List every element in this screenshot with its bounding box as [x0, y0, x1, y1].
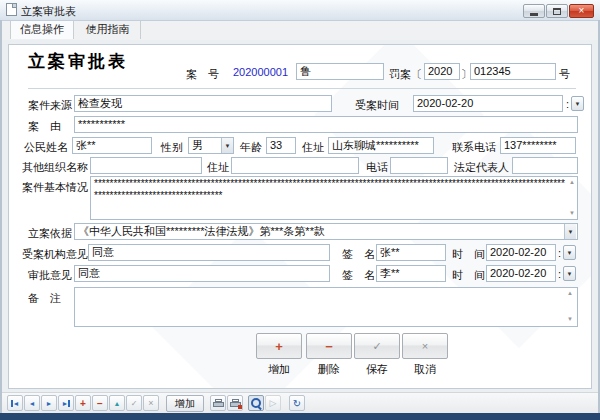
filing-basis-dropdown-button[interactable]: ▼ [564, 224, 576, 239]
accept-opinion-input[interactable]: 同意 [88, 244, 330, 261]
accept-time-dropdown-button[interactable]: ▼ [571, 96, 584, 111]
delete-button[interactable]: − [306, 333, 352, 359]
chevron-down-icon: ▼ [567, 271, 573, 277]
gender-label: 性别 [161, 140, 183, 155]
accept-opinion-time-input[interactable]: 2020-02-20 [486, 244, 556, 261]
refresh-button[interactable]: ↻ [289, 395, 305, 411]
age-label: 年龄 [240, 140, 262, 155]
minus-icon: − [97, 400, 103, 407]
add-button-label: 增加 [256, 362, 302, 377]
nav-first-button[interactable]: ◄ [7, 395, 23, 411]
remarks-textarea[interactable] [74, 287, 578, 327]
add-button[interactable]: + [256, 333, 302, 359]
nav-last-button[interactable]: ► [58, 395, 74, 411]
tab-info-operations[interactable]: 信息操作 [10, 20, 74, 39]
approve-opinion-time-input[interactable]: 2020-02-20 [486, 265, 556, 282]
citizen-name-label: 公民姓名 [24, 140, 68, 155]
legal-rep-input[interactable] [512, 157, 578, 174]
minimize-button[interactable] [523, 4, 545, 18]
magnifier-icon [250, 397, 262, 409]
save-button[interactable]: ✓ [354, 333, 400, 359]
window-title: 立案审批表 [21, 4, 76, 19]
cancel-button-label: 取消 [402, 362, 448, 377]
toolbar-add-button[interactable]: 增加 [166, 395, 204, 412]
citizen-name-input[interactable]: 张** [72, 137, 152, 154]
accept-sign-input[interactable]: 张** [376, 244, 446, 261]
case-year-input[interactable]: 2020 [424, 63, 460, 80]
magnifier-handle [258, 406, 262, 410]
scroll-up-icon[interactable]: ▲ [567, 290, 573, 296]
case-serial-input[interactable]: 012345 [470, 63, 556, 80]
edit-triangle-icon: ▲ [114, 400, 121, 407]
nav-prior-button[interactable]: ◄ [24, 395, 40, 411]
accept-opinion-time-colon: : [558, 247, 561, 259]
cause-input[interactable]: *********** [74, 116, 578, 133]
maximize-button[interactable] [546, 4, 568, 18]
save-button-label: 保存 [354, 362, 400, 377]
org-name-input[interactable] [90, 157, 202, 174]
address-input[interactable]: 山东聊城********** [328, 137, 434, 154]
org-address-label: 住址 [207, 160, 229, 175]
case-mid-label: 罚案〔 [389, 67, 422, 82]
address-label: 住址 [302, 140, 324, 155]
check-icon: ✓ [372, 341, 381, 352]
org-name-label: 其他组织名称 [22, 160, 88, 175]
approve-sign-input[interactable]: 李** [376, 265, 446, 282]
scroll-down-icon[interactable]: ▼ [567, 316, 573, 322]
scroll-down-icon[interactable]: ▼ [569, 210, 575, 216]
accept-opinion-time-dropdown[interactable]: ▼ [563, 245, 576, 260]
delete-record-button[interactable]: − [92, 395, 108, 411]
window-border-bottom [0, 413, 600, 420]
org-address-input[interactable] [231, 157, 359, 174]
org-phone-input[interactable] [390, 157, 448, 174]
accept-time-input[interactable]: 2020-02-20 [413, 95, 563, 112]
minimize-icon [530, 13, 538, 16]
close-button[interactable]: × [569, 4, 594, 18]
tab-user-guide[interactable]: 使用指南 [75, 20, 141, 39]
case-no-value: 202000001 [233, 66, 288, 78]
contact-phone-input[interactable]: 137******** [500, 137, 576, 154]
age-input[interactable]: 33 [266, 137, 296, 154]
cross-icon: × [422, 341, 428, 352]
form-title: 立案审批表 [28, 50, 128, 73]
cancel-button[interactable]: × [402, 333, 448, 359]
header-divider [28, 88, 576, 89]
print-preview-button[interactable] [248, 395, 264, 411]
gender-dropdown-button[interactable]: ▼ [221, 138, 233, 153]
edit-record-button[interactable]: ▲ [109, 395, 125, 411]
approve-time-label: 时 间 [452, 268, 485, 283]
plus-icon: + [80, 400, 86, 407]
tab-bar: 信息操作 使用指南 [2, 20, 598, 40]
filing-basis-select[interactable]: 《中华人民共和国*********法律法规》第***条第**款 [74, 223, 578, 240]
scroll-up-icon[interactable]: ▲ [569, 179, 575, 185]
case-source-input[interactable]: 检查发现 [74, 95, 332, 112]
app-icon [6, 3, 17, 16]
accept-time-label2: 时 间 [452, 247, 485, 262]
plus-icon: + [275, 340, 283, 353]
app-icon-fold [12, 4, 16, 8]
basic-info-textarea[interactable]: ****************************************… [90, 176, 578, 220]
case-region-input[interactable]: 鲁 [296, 63, 384, 80]
basic-info-label: 案件基本情况 [22, 180, 88, 195]
nav-next-button[interactable]: ► [41, 395, 57, 411]
approve-opinion-input[interactable]: 同意 [74, 265, 330, 282]
remarks-label: 备 注 [28, 291, 61, 306]
post-record-button[interactable]: ✓ [126, 395, 142, 411]
print-button[interactable] [210, 395, 226, 411]
accept-sign-label: 签 名 [342, 247, 375, 262]
print-alt-button[interactable] [227, 395, 243, 411]
printer-body [213, 402, 224, 407]
printer-red-icon [230, 399, 241, 408]
refresh-icon: ↻ [293, 400, 301, 407]
minus-icon: − [325, 340, 333, 353]
cancel-edit-button[interactable]: × [143, 395, 159, 411]
printer-red-badge [238, 405, 242, 409]
play-icon: ▷ [270, 400, 277, 407]
play-button[interactable]: ▷ [265, 395, 281, 411]
maximize-icon [553, 8, 561, 15]
chevron-down-icon: ▼ [568, 229, 574, 235]
insert-record-button[interactable]: + [75, 395, 91, 411]
contact-phone-label: 联系电话 [452, 140, 496, 155]
approve-opinion-time-dropdown[interactable]: ▼ [563, 266, 576, 281]
close-icon: × [579, 6, 585, 16]
